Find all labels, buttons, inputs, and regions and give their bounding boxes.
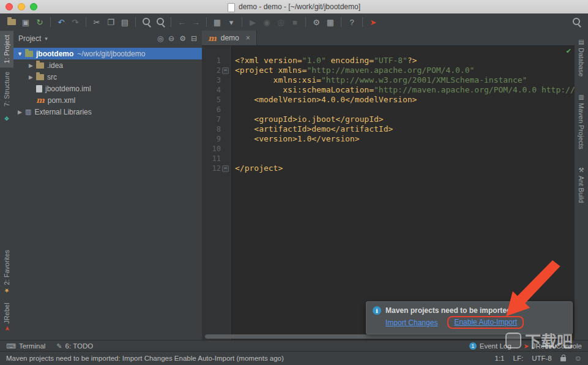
debug-icon[interactable]: ◉ [260, 15, 274, 29]
settings-icon[interactable]: ⚙ [310, 15, 323, 29]
stripe-ant-build[interactable]: ⚒Ant Build [575, 162, 588, 207]
project-view-dropdown[interactable]: Project [18, 34, 41, 43]
scroll-from-source-icon[interactable]: ◎ [157, 34, 163, 43]
line-ending-indicator[interactable]: LF: [513, 355, 524, 362]
run-config-dropdown-icon[interactable]: ▾ [225, 15, 238, 29]
stripe-project[interactable]: 1: Project [0, 31, 13, 67]
jrebel-console-button[interactable]: ➤JRebel Console [524, 342, 582, 350]
gutter-line: 12− [202, 164, 230, 173]
status-bar-widgets: 1:1 LF: UTF-8 ☺ [495, 354, 582, 363]
maven-file-icon: m [36, 97, 45, 103]
back-icon[interactable]: ← [175, 15, 188, 29]
stop-icon[interactable]: ■ [288, 15, 302, 29]
tab-close-icon[interactable]: × [246, 34, 250, 42]
toolbar-items: ▣↻↶↷✂❐▤←→▦▾▶◉◎■⚙▦?➤ [5, 15, 380, 29]
settings-gear-icon[interactable]: ⚙ [179, 34, 186, 43]
toolbar-search-icon[interactable] [570, 15, 583, 29]
help-icon[interactable]: ? [345, 15, 359, 29]
horizontal-scrollbar[interactable] [205, 334, 564, 339]
stripe-label: JRebel [3, 303, 10, 323]
stripe-maven-projects[interactable]: ▥Maven Projects [575, 89, 588, 154]
stripe-favorites[interactable]: ★2: Favorites [0, 246, 13, 298]
tree-row-external-libraries[interactable]: ▶▥External Libraries [13, 106, 202, 118]
sync-icon[interactable]: ↻ [33, 15, 47, 29]
replace-icon[interactable] [154, 15, 167, 29]
code-token: "http://maven.apache.org/POM/4.0.0" [307, 66, 474, 75]
caret-position[interactable]: 1:1 [495, 355, 505, 362]
zoom-button[interactable] [30, 3, 37, 10]
expand-arrow-icon[interactable]: ▶ [27, 62, 35, 69]
tool-window-label: JRebel Console [532, 342, 582, 350]
status-message: Maven projects need to be imported: Impo… [6, 355, 284, 362]
expand-arrow-icon[interactable]: ▶ [27, 74, 35, 80]
tree-row-idea[interactable]: ▶.idea [13, 59, 202, 71]
tree-row-pom-xml[interactable]: mpom.xml [13, 94, 202, 106]
project-tool-window: Project ▾ ◎⊖⚙⊟ ▼jbootdemo~/work/git/jboo… [13, 31, 203, 341]
code-line: <version>1.0</version> [235, 134, 575, 144]
stripe-label: Maven Projects [578, 103, 585, 149]
save-icon[interactable]: ▣ [19, 15, 32, 29]
paste-icon[interactable]: ▤ [118, 15, 132, 29]
stripe-structure[interactable]: 7: Structure [0, 67, 13, 111]
code-line: <groupId>io.jboot</groupId> [235, 115, 575, 124]
gutter-line: 2− [202, 66, 230, 75]
tab-label: demo [221, 34, 239, 42]
copy-icon[interactable]: ❐ [104, 15, 117, 29]
project-structure-icon[interactable]: ▦ [324, 15, 337, 29]
editor-tab-demo[interactable]: m demo × [202, 31, 257, 45]
event-log-button[interactable]: 1Event Log [469, 342, 512, 350]
code-token: "http://maven.apache.org/POM/4.0.0 http:… [374, 85, 575, 94]
expand-arrow-icon[interactable]: ▶ [16, 109, 24, 115]
code-token: <modelVersion>4.0.0</modelVersion> [235, 95, 417, 104]
find-icon[interactable] [140, 15, 153, 29]
hide-panel-icon[interactable]: ⊟ [191, 34, 197, 43]
code-line [235, 154, 575, 164]
collapse-all-icon[interactable]: ⊖ [168, 34, 174, 43]
fold-marker[interactable]: − [222, 67, 229, 74]
code-token: <version>1.0</version> [235, 134, 360, 143]
minimize-button[interactable] [18, 3, 25, 10]
coverage-icon[interactable]: ◎ [274, 15, 288, 29]
redo-icon[interactable]: ↷ [69, 15, 82, 29]
undo-icon[interactable]: ↶ [54, 15, 68, 29]
todo-button-icon: ✎ [56, 342, 62, 350]
import-changes-link[interactable]: Import Changes [385, 318, 437, 327]
toolbar-separator [171, 17, 171, 27]
lock-icon[interactable] [560, 357, 566, 361]
tree-label: src [47, 73, 57, 81]
tree-label: jbootdemo.iml [45, 85, 91, 93]
tree-hint: ~/work/git/jbootdemo [77, 50, 145, 58]
cut-icon[interactable]: ✂ [90, 15, 103, 29]
project-folder-icon [25, 51, 33, 57]
toolbar-separator [362, 17, 363, 27]
tree-row-jbootdemo-iml[interactable]: jbootdemo.iml [13, 83, 202, 94]
forward-icon[interactable]: → [189, 15, 203, 29]
tree-label: External Libraries [34, 108, 91, 116]
hector-icon[interactable]: ☺ [575, 354, 582, 363]
encoding-indicator[interactable]: UTF-8 [532, 355, 552, 362]
close-button[interactable] [6, 3, 13, 10]
stripe-captures[interactable]: ❖ [0, 111, 13, 126]
code-token: xmlns:xsi= [235, 75, 321, 85]
stripe-captures-icon: ❖ [4, 115, 10, 122]
run-config-icon[interactable]: ▦ [210, 15, 224, 29]
fold-marker[interactable]: − [222, 165, 229, 172]
stripe-favorites-icon: ★ [4, 287, 10, 294]
stripe-database[interactable]: ▤Database [575, 34, 588, 81]
run-icon[interactable]: ▶ [246, 15, 259, 29]
window-title: demo - demo - [~/work/git/jbootdemo] [239, 2, 360, 11]
terminal-button[interactable]: ⌨Terminal [6, 342, 45, 350]
stripe-jrebel[interactable]: ➤JRebel [0, 298, 13, 336]
jrebel-icon[interactable]: ➤ [367, 15, 380, 29]
tree-row-jbootdemo[interactable]: ▼jbootdemo~/work/git/jbootdemo [13, 48, 202, 59]
project-tree: ▼jbootdemo~/work/git/jbootdemo▶.idea▶src… [13, 46, 202, 118]
right-tool-stripe: ▤Database▥Maven Projects⚒Ant Build [574, 31, 588, 341]
code-token: <groupId>io.jboot</groupId> [235, 115, 384, 124]
open-icon[interactable] [5, 15, 18, 29]
stripe-ant-build-icon: ⚒ [578, 167, 585, 173]
tool-window-label: Terminal [19, 342, 45, 350]
tree-row-src[interactable]: ▶src [13, 71, 202, 83]
code-token: <artifactId>demo</artifactId> [235, 124, 393, 134]
expand-arrow-icon[interactable]: ▼ [16, 51, 24, 57]
todo-button[interactable]: ✎6: TODO [56, 342, 93, 350]
